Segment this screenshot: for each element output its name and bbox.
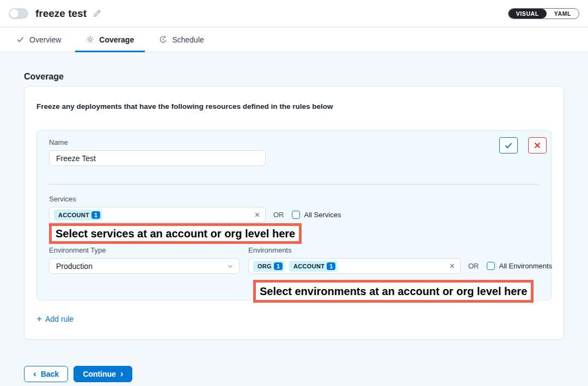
- plus-icon: +: [36, 314, 42, 323]
- all-environments-label: All Environments: [499, 262, 553, 270]
- continue-button[interactable]: Continue ›: [74, 366, 132, 382]
- rule-name-input[interactable]: [49, 150, 266, 166]
- service-scope-chip[interactable]: ACCOUNT 1: [54, 210, 102, 220]
- recurring-schedule-icon: [159, 35, 167, 44]
- tab-coverage[interactable]: Coverage: [78, 27, 142, 52]
- tab-schedule[interactable]: Schedule: [151, 27, 211, 52]
- chip-label: ORG: [258, 263, 272, 269]
- section-title: Coverage: [24, 72, 564, 82]
- chip-count-badge: 1: [91, 211, 100, 219]
- environments-label: Environments: [248, 246, 552, 254]
- view-mode-toggle: VISUAL YAML: [508, 8, 579, 19]
- environment-scope-chip[interactable]: ORG 1: [253, 261, 285, 272]
- toggle-knob: [10, 9, 19, 18]
- chevron-left-icon: ‹: [33, 369, 36, 378]
- gear-icon: [86, 35, 94, 44]
- environments-or-label: OR: [468, 262, 479, 270]
- main-content: Coverage Freeze any deployments that hav…: [0, 72, 588, 382]
- environments-multiselect[interactable]: ORG 1 ACCOUNT 1 ×: [248, 258, 461, 274]
- environment-type-field: Environment Type Production: [49, 246, 240, 274]
- tab-coverage-label: Coverage: [99, 35, 134, 44]
- check-icon: [504, 141, 513, 150]
- environments-annotation: Select environments at an account or org…: [253, 280, 534, 303]
- rule-actions: [499, 137, 547, 154]
- chip-label: ACCOUNT: [58, 212, 89, 218]
- visual-mode-button[interactable]: VISUAL: [509, 9, 547, 19]
- environment-scope-chip[interactable]: ACCOUNT 1: [289, 261, 338, 272]
- services-multiselect[interactable]: ACCOUNT 1 ×: [49, 207, 266, 223]
- rule-editor-panel: Name Services ACCOUNT 1 × OR All Service…: [36, 130, 552, 301]
- environment-type-label: Environment Type: [49, 246, 240, 254]
- add-rule-label: Add rule: [45, 315, 74, 323]
- chevron-right-icon: ›: [120, 369, 124, 378]
- apply-rule-button[interactable]: [499, 137, 518, 154]
- check-icon: [16, 35, 24, 44]
- services-row: ACCOUNT 1 × OR All Services: [49, 207, 539, 223]
- tab-overview-label: Overview: [29, 35, 61, 44]
- freeze-enabled-toggle[interactable]: [9, 8, 28, 19]
- top-bar: freeze test VISUAL YAML: [0, 0, 588, 27]
- page-title: freeze test: [35, 8, 87, 20]
- back-button[interactable]: ‹ Back: [24, 366, 68, 382]
- services-label: Services: [49, 195, 539, 203]
- chevron-down-icon: [227, 263, 234, 269]
- services-or-label: OR: [273, 211, 284, 219]
- all-services-label: All Services: [304, 211, 341, 219]
- clear-services-icon[interactable]: ×: [255, 211, 260, 219]
- all-environments-checkbox[interactable]: [487, 262, 495, 270]
- add-rule-button[interactable]: + Add rule: [36, 314, 74, 323]
- chip-count-badge: 1: [327, 262, 335, 270]
- panel-divider: [49, 184, 539, 185]
- continue-button-label: Continue: [83, 370, 116, 378]
- tab-schedule-label: Schedule: [172, 35, 204, 44]
- close-icon: [534, 142, 541, 149]
- environment-row: Environment Type Production Environments: [49, 246, 539, 274]
- coverage-card: Freeze any deployments that have the fol…: [24, 86, 564, 340]
- environment-type-value: Production: [56, 262, 93, 271]
- chip-count-badge: 1: [274, 262, 283, 270]
- tab-bar: Overview Coverage Schedule: [0, 27, 588, 52]
- edit-title-icon[interactable]: [93, 9, 102, 18]
- clear-environments-icon[interactable]: ×: [450, 262, 455, 271]
- card-description: Freeze any deployments that have the fol…: [36, 102, 552, 112]
- environment-type-select[interactable]: Production: [49, 258, 240, 274]
- services-annotation: Select services at an account or org lev…: [49, 223, 302, 244]
- environments-row: ORG 1 ACCOUNT 1 × OR All Environments: [248, 258, 552, 274]
- delete-rule-button[interactable]: [528, 137, 547, 154]
- yaml-mode-button[interactable]: YAML: [547, 9, 579, 19]
- tab-overview[interactable]: Overview: [9, 27, 69, 52]
- back-button-label: Back: [41, 370, 59, 378]
- all-services-checkbox[interactable]: [292, 211, 300, 219]
- chip-label: ACCOUNT: [293, 263, 324, 269]
- environments-field: Environments ORG 1 ACCOUNT 1 ×: [248, 246, 552, 274]
- wizard-footer: ‹ Back Continue ›: [24, 366, 564, 382]
- name-label: Name: [49, 138, 539, 146]
